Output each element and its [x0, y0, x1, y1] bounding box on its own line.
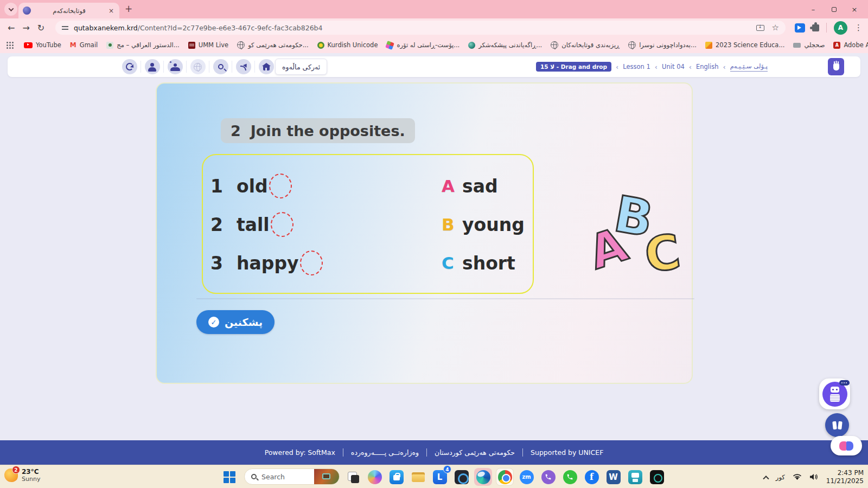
check-button[interactable]: ✓ پشکنین — [196, 310, 275, 334]
drop-slot[interactable] — [269, 174, 292, 198]
profile-avatar[interactable]: A — [834, 21, 847, 35]
l-app-button[interactable]: L4 — [431, 468, 449, 486]
edge-button[interactable] — [474, 468, 492, 486]
globe-icon — [628, 41, 636, 49]
address-bar-actions: ☆ — [756, 23, 779, 33]
volume-icon[interactable] — [809, 473, 819, 480]
sync-user-icon — [126, 63, 133, 70]
option-letter[interactable]: C — [442, 253, 462, 273]
active-tab[interactable]: قوتابخانەکەم × — [18, 3, 119, 18]
bookmark-science-educa[interactable]: 2023 Science Educa... — [705, 41, 784, 49]
copilot-button[interactable] — [366, 468, 384, 486]
facebook-button[interactable]: f — [583, 468, 601, 486]
bookmark-dastur[interactable]: الدستور العراقي – مج... — [106, 41, 179, 49]
install-app-icon[interactable] — [756, 25, 764, 31]
viber-button[interactable] — [539, 468, 557, 486]
option-letter[interactable]: B — [442, 215, 462, 234]
word-button[interactable]: W — [604, 468, 622, 486]
weather-condition: Sunny — [22, 476, 40, 483]
bookmark-kurdish-unicode[interactable]: Kurdish Unicode — [317, 41, 378, 49]
option-c[interactable]: C short — [442, 248, 515, 278]
search-daily-image[interactable] — [314, 468, 339, 485]
brain-button[interactable] — [831, 436, 862, 455]
drop-slot[interactable] — [300, 251, 323, 275]
bookmark-star-icon[interactable]: ☆ — [772, 23, 779, 33]
camera-app-button[interactable] — [452, 468, 470, 486]
book-icon — [832, 421, 837, 429]
bookmark-government[interactable]: حكومەتی هەرێمی كو... — [237, 41, 308, 49]
class-button[interactable] — [164, 59, 186, 74]
item-word: happy — [237, 253, 299, 274]
tab-close-icon[interactable]: × — [107, 7, 115, 15]
sun-icon: 2 — [4, 468, 18, 482]
browser-menu-icon[interactable]: ⋮ — [854, 23, 863, 33]
site-info-icon[interactable] — [62, 25, 68, 30]
bookmark-press[interactable]: صحجلي — [793, 41, 825, 49]
home-button[interactable] — [255, 59, 277, 74]
breadcrumb-lesson[interactable]: Lesson 1 — [623, 63, 650, 70]
search-button[interactable] — [209, 59, 232, 74]
tab-search-button[interactable] — [4, 3, 17, 16]
breadcrumb-separator: ‹ — [616, 63, 618, 71]
breadcrumb-grade[interactable]: پـۆلی سـێـیـەم — [730, 62, 768, 72]
bookmark-post[interactable]: پۆست-ڕاستی له تۆره... — [386, 41, 459, 49]
globe-icon — [551, 41, 558, 49]
close-button[interactable]: × — [844, 5, 865, 14]
bookmark-umm-live[interactable]: UMM Live — [188, 41, 228, 49]
file-explorer-button[interactable] — [409, 468, 427, 486]
wifi-icon[interactable] — [793, 473, 802, 480]
chatbot-button[interactable] — [819, 378, 850, 409]
taskbar: 2 23°C Sunny Search L4 zm f W — [0, 465, 868, 488]
back-button[interactable]: ← — [8, 23, 15, 33]
tray-chevron-up-icon[interactable] — [763, 476, 769, 481]
exercise-row: 2 tall — [210, 210, 293, 239]
taskbar-clock[interactable]: 2:43 PM 11/21/2025 — [826, 469, 864, 485]
recorder-app-button[interactable] — [648, 468, 666, 486]
search-icon — [218, 64, 224, 69]
reload-button[interactable]: ↻ — [37, 23, 44, 33]
viber-icon — [541, 470, 556, 484]
forward-button[interactable]: → — [22, 23, 29, 33]
zoom-button[interactable]: zm — [518, 468, 535, 486]
breadcrumb-subject[interactable]: English — [696, 63, 719, 70]
book-button[interactable] — [825, 413, 849, 437]
task-view-button[interactable] — [344, 468, 362, 486]
option-letter[interactable]: A — [442, 176, 462, 196]
extensions-icon[interactable] — [812, 24, 819, 31]
start-button[interactable] — [224, 471, 235, 483]
store-button[interactable] — [387, 468, 405, 486]
footer-ministry: وەزارەتــی پـــــەروەردە — [343, 448, 426, 457]
share-button[interactable] — [232, 59, 254, 74]
bookmark-adobe-acrobat[interactable]: AAdobe Acrobat — [833, 41, 868, 49]
drag-hand-button[interactable] — [828, 58, 844, 75]
bookmark-gmail[interactable]: MGmail — [70, 41, 98, 49]
maximize-button[interactable] — [824, 5, 844, 14]
homework-button[interactable]: ئەرکی ماڵەوە — [275, 59, 327, 75]
bookmark-rizbandi[interactable]: ڕیزبەندی قوتابخانەکان — [551, 41, 620, 49]
language-button[interactable] — [187, 59, 209, 74]
bookmark-badwadachuni[interactable]: بەدواداچوونی نوسرا... — [628, 41, 697, 49]
whatsapp-button[interactable] — [561, 468, 579, 486]
drop-slot[interactable] — [271, 212, 293, 237]
language-indicator[interactable]: کور — [776, 473, 785, 481]
teal-globe-icon — [468, 42, 475, 49]
notification-badge: 4 — [443, 465, 451, 473]
bookmark-youtube[interactable]: YouTube — [24, 41, 61, 49]
option-a[interactable]: A sad — [442, 171, 498, 201]
new-tab-button[interactable]: + — [125, 3, 132, 14]
profile-button[interactable] — [141, 59, 163, 74]
youtube-icon — [24, 42, 33, 48]
chrome-button[interactable] — [496, 468, 514, 486]
address-bar[interactable]: qutabxanekem.krd/Content?Id=2c77e9be-e6e… — [55, 21, 786, 35]
abc-decoration: A B C — [590, 194, 687, 286]
whatsapp-icon — [563, 470, 577, 484]
breadcrumb-unit[interactable]: Unit 04 — [662, 63, 685, 70]
printer-app-button[interactable] — [626, 468, 644, 486]
bookmark-ragayandin[interactable]: ڕاگەیاندنی پیشکەشکر... — [468, 41, 542, 49]
weather-widget[interactable]: 2 23°C Sunny — [4, 468, 40, 483]
logout-button[interactable] — [118, 59, 141, 74]
minimize-button[interactable]: – — [803, 5, 824, 14]
taskbar-search[interactable]: Search — [244, 468, 340, 485]
side-panel-icon[interactable] — [795, 23, 805, 33]
option-b[interactable]: B young — [442, 210, 525, 239]
